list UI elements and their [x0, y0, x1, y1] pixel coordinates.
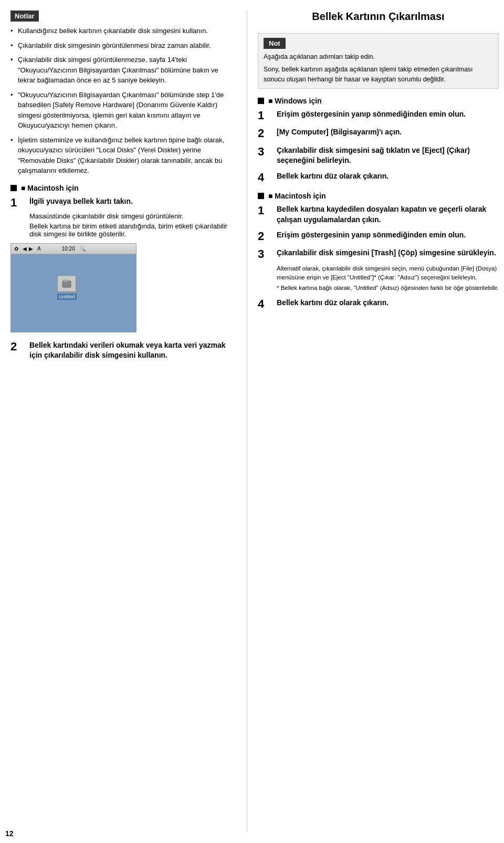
win-step4-text: Bellek kartını düz olarak çıkarın.: [277, 171, 499, 182]
square-bullet-win-icon: [258, 98, 264, 104]
left-mac-step1-sub1: Masaüstünde çıkarılabilir disk simgesi g…: [10, 212, 236, 220]
right-macintosh-header: ■ Macintosh için: [258, 192, 499, 200]
left-macintosh-header: ■ Macintosh için: [10, 184, 236, 192]
right-macintosh-label: ■ Macintosh için: [268, 192, 326, 200]
win-step2-text: [My Computer] (Bilgisayarım)'ı açın.: [277, 127, 499, 138]
mac-menu-arrow-right: ▶: [29, 246, 33, 252]
mac-screenshot: ✿ ◀ ▶ A 10:20 🔍 Untitled: [10, 243, 136, 332]
page-number: 12: [5, 829, 14, 838]
right-mac-step3-asterisk: * Bellek kartına bağlı olarak, "Untitled…: [258, 284, 499, 293]
page-container: Notlar Kullandığınız bellek kartının çık…: [0, 0, 504, 843]
windows-label: ■ Windows için: [268, 97, 322, 105]
not-text2-span: Sony, bellek kartının aşağıda açıklanan …: [264, 66, 473, 83]
notlar-header: Notlar: [10, 11, 39, 22]
left-mac-step1-sub2-text: Bellek kartına bir birim etiketi atandığ…: [29, 222, 227, 238]
not-text1-span: Aşağıda açıklanan adımları takip edin.: [264, 53, 375, 60]
left-mac-step1-sub1-text: Masaüstünde çıkarılabilir disk simgesi g…: [29, 212, 183, 220]
win-step4-row: 4 Bellek kartını düz olarak çıkarın.: [258, 171, 499, 184]
left-mac-step2-number: 2: [10, 340, 25, 353]
right-mac-step2-text: Erişim göstergesinin yanıp sönmediğinden…: [277, 230, 499, 241]
right-mac-step3-row: 3 Çıkarılabilir disk simgesini [Trash] (…: [258, 248, 499, 261]
right-mac-step2-row: 2 Erişim göstergesinin yanıp sönmediğind…: [258, 230, 499, 243]
right-mac-step1-text: Bellek kartına kaydedilen dosyaları kapa…: [277, 204, 499, 225]
win-step2: 2 [My Computer] (Bilgisayarım)'ı açın.: [258, 127, 499, 140]
right-mac-step3-text: Çıkarılabilir disk simgesini [Trash] (Çö…: [277, 248, 499, 258]
right-mac-step2: 2 Erişim göstergesinin yanıp sönmediğind…: [258, 230, 499, 243]
mac-menu-search: 🔍: [79, 246, 86, 252]
win-step1: 1 Erişim göstergesinin yanıp sönmediğind…: [258, 109, 499, 122]
left-mac-step2-row: 2 Bellek kartındaki verileri okumak veya…: [10, 340, 236, 361]
notlar-item-4: "Okuyucu/Yazıcının Bilgisayardan Çıkarıl…: [10, 90, 236, 131]
svg-rect-1: [64, 280, 68, 282]
right-mac-step1: 1 Bellek kartına kaydedilen dosyaları ka…: [258, 204, 499, 225]
left-mac-step1: 1 İlgili yuvaya bellek kartı takın. Masa…: [10, 196, 236, 238]
notlar-item-2: Çıkarılabilir disk simgesinin görüntülen…: [10, 40, 236, 51]
left-mac-step1-row: 1 İlgili yuvaya bellek kartı takın.: [10, 196, 236, 209]
win-step2-row: 2 [My Computer] (Bilgisayarım)'ı açın.: [258, 127, 499, 140]
right-mac-step3-sub: Alternatif olarak, çıkarılabilir disk si…: [258, 264, 499, 283]
right-mac-step2-number: 2: [258, 230, 272, 243]
win-step1-row: 1 Erişim göstergesinin yanıp sönmediğind…: [258, 109, 499, 122]
square-bullet-mac-icon: [258, 193, 264, 199]
not-badge: Not: [264, 38, 286, 49]
win-step4: 4 Bellek kartını düz olarak çıkarın.: [258, 171, 499, 184]
right-title: Bellek Kartının Çıkarılması: [258, 11, 499, 25]
square-bullet-icon: [10, 185, 17, 191]
right-mac-step1-row: 1 Bellek kartına kaydedilen dosyaları ka…: [258, 204, 499, 225]
mac-menu-icon: ✿: [14, 246, 18, 252]
right-mac-step4-text: Bellek kartını düz olarak çıkarın.: [277, 298, 499, 308]
notlar-item-1: Kullandığınız bellek kartının çıkarılabi…: [10, 26, 236, 36]
not-section: Not Aşağıda açıklanan adımları takip edi…: [258, 33, 499, 89]
right-mac-step3: 3 Çıkarılabilir disk simgesini [Trash] (…: [258, 248, 499, 293]
left-mac-step1-number: 1: [10, 196, 25, 209]
win-step3-number: 3: [258, 145, 272, 158]
notlar-item-5: İşletim sisteminize ve kullandığınız bel…: [10, 135, 236, 176]
win-step2-number: 2: [258, 127, 272, 140]
right-mac-step4: 4 Bellek kartını düz olarak çıkarın.: [258, 298, 499, 310]
mac-icon-label: Untitled: [57, 294, 77, 300]
right-mac-step3-asterisk-text: * Bellek kartına bağlı olarak, "Untitled…: [277, 285, 499, 291]
mac-menu-a: A: [37, 246, 41, 252]
right-mac-step3-number: 3: [258, 248, 272, 261]
left-mac-step1-text: İlgili yuvaya bellek kartı takın.: [29, 196, 236, 207]
win-step1-text: Erişim göstergesinin yanıp sönmediğinden…: [277, 109, 499, 120]
notlar-item-3: Çıkarılabilir disk simgesi görüntülenmez…: [10, 55, 236, 86]
right-mac-step1-number: 1: [258, 204, 272, 217]
left-macintosh-label: ■ Macintosh için: [21, 184, 79, 192]
mac-menu-arrow-left: ◀: [23, 246, 27, 252]
mac-menubar: ✿ ◀ ▶ A 10:20 🔍: [11, 244, 136, 254]
left-mac-step2: 2 Bellek kartındaki verileri okumak veya…: [10, 340, 236, 361]
left-column: Notlar Kullandığınız bellek kartının çık…: [5, 11, 247, 832]
left-mac-step2-text: Bellek kartındaki verileri okumak veya k…: [29, 340, 236, 361]
win-step3-text: Çıkarılabilir disk simgesini sağ tıklatı…: [277, 145, 499, 166]
win-step3-row: 3 Çıkarılabilir disk simgesini sağ tıkla…: [258, 145, 499, 166]
right-column: Bellek Kartının Çıkarılması Not Aşağıda …: [247, 11, 499, 832]
right-mac-step4-row: 4 Bellek kartını düz olarak çıkarın.: [258, 298, 499, 310]
right-mac-step3-sub-text: Alternatif olarak, çıkarılabilir disk si…: [277, 265, 497, 280]
left-mac-step1-sub2: Bellek kartına bir birim etiketi atandığ…: [10, 222, 236, 238]
windows-header: ■ Windows için: [258, 97, 499, 105]
win-step4-number: 4: [258, 171, 272, 184]
not-text2: Sony, bellek kartının aşağıda açıklanan …: [264, 65, 493, 85]
right-mac-step4-number: 4: [258, 298, 272, 310]
disk-icon: [61, 279, 72, 288]
mac-desktop: Untitled: [11, 254, 136, 332]
mac-time: 10:20: [62, 246, 75, 252]
mac-desktop-icon: Untitled: [57, 275, 77, 300]
not-text1: Aşağıda açıklanan adımları takip edin.: [264, 52, 493, 62]
notlar-list: Kullandığınız bellek kartının çıkarılabi…: [10, 26, 236, 176]
win-step3: 3 Çıkarılabilir disk simgesini sağ tıkla…: [258, 145, 499, 166]
win-step1-number: 1: [258, 109, 272, 122]
mac-icon-image: [57, 275, 76, 292]
